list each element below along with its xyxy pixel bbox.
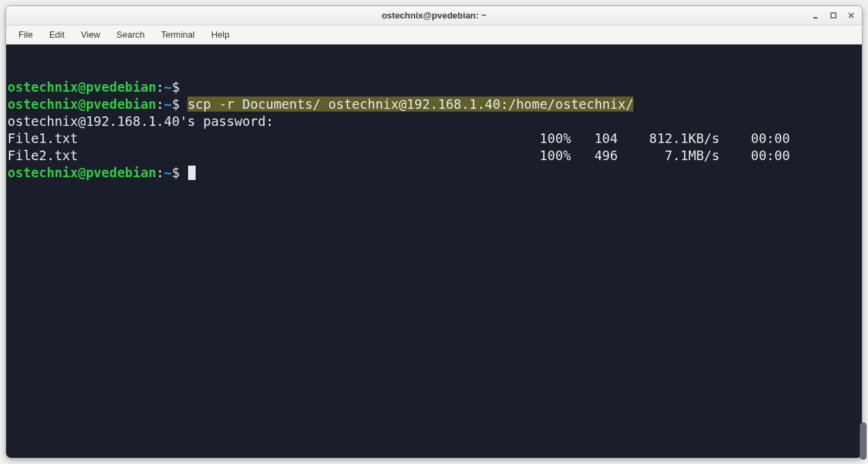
- menu-file[interactable]: File: [12, 27, 40, 42]
- menu-edit[interactable]: Edit: [42, 27, 71, 42]
- command-text-highlighted: scp -r Documents/ ostechnix@192.168.1.40…: [187, 96, 633, 112]
- transfer-line: File2.txt 100% 496 7.1MB/s 00:00: [8, 147, 860, 164]
- svg-rect-1: [831, 13, 836, 18]
- prompt-user: ostechnix@pvedebian: [8, 165, 156, 180]
- terminal-window: ostechnix@pvedebian: ~ File Edit View Se…: [5, 5, 863, 459]
- terminal-line: ostechnix@pvedebian:~$: [8, 164, 860, 181]
- transfer-line: File1.txt 100% 104 812.1KB/s 00:00: [8, 130, 860, 147]
- prompt-user: ostechnix@pvedebian: [8, 96, 156, 112]
- maximize-button[interactable]: [829, 11, 839, 21]
- menubar: File Edit View Search Terminal Help: [6, 25, 862, 44]
- terminal-area[interactable]: ostechnix@pvedebian:~$ ostechnix@pvedebi…: [6, 44, 862, 458]
- close-button[interactable]: [847, 11, 856, 21]
- terminal-line: ostechnix@pvedebian:~$: [8, 79, 860, 96]
- prompt-dollar: $: [172, 96, 187, 112]
- prompt-path: ~: [164, 96, 172, 112]
- cursor: [188, 166, 196, 180]
- prompt-colon: :: [156, 165, 163, 180]
- minimize-button[interactable]: [811, 11, 821, 21]
- titlebar[interactable]: ostechnix@pvedebian: ~: [6, 6, 862, 25]
- svg-rect-0: [813, 17, 817, 18]
- prompt-dollar: $: [172, 165, 187, 180]
- prompt-user: ostechnix@pvedebian: [8, 79, 156, 94]
- prompt-dollar: $: [172, 79, 187, 94]
- terminal-output-line: ostechnix@192.168.1.40's password:: [8, 113, 860, 130]
- window-title: ostechnix@pvedebian: ~: [382, 10, 486, 21]
- prompt-colon: :: [156, 79, 163, 94]
- prompt-path: ~: [164, 79, 172, 94]
- terminal-content: ostechnix@pvedebian:~$ ostechnix@pvedebi…: [6, 79, 862, 181]
- prompt-colon: :: [156, 96, 163, 112]
- window-controls: [811, 11, 856, 21]
- scrollbar-thumb[interactable]: [860, 422, 867, 460]
- menu-terminal[interactable]: Terminal: [155, 27, 202, 42]
- menu-view[interactable]: View: [74, 27, 107, 42]
- menu-help[interactable]: Help: [205, 27, 237, 42]
- prompt-path: ~: [164, 165, 172, 180]
- menu-search[interactable]: Search: [109, 27, 151, 42]
- terminal-line: ostechnix@pvedebian:~$ scp -r Documents/…: [8, 96, 860, 113]
